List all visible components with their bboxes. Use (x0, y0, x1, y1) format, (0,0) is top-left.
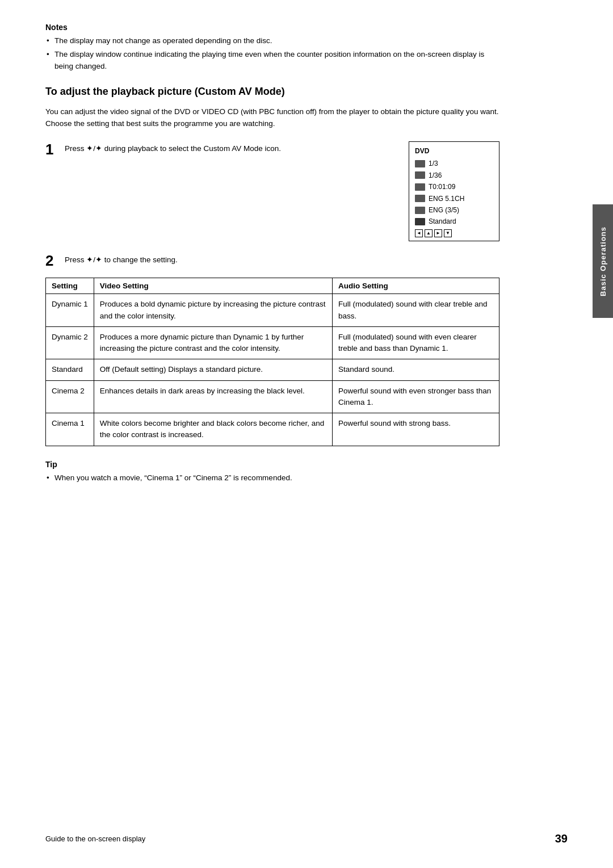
table-cell-video-4: White colors become brighter and black c… (94, 413, 332, 446)
table-cell-audio-4: Powerful sound with strong bass. (332, 413, 499, 446)
table-cell-video-0: Produces a bold dynamic picture by incre… (94, 294, 332, 327)
page-footer: Guide to the on-screen display 39 (0, 832, 613, 845)
table-row: StandardOff (Default setting) Displays a… (46, 359, 499, 380)
tip-section: Tip When you watch a movie, “Cinema 1” o… (45, 460, 499, 484)
note-item-2: The display window continue indicating t… (45, 49, 499, 72)
tip-title: Tip (45, 460, 499, 469)
footer-page-number: 39 (555, 832, 568, 845)
table-row: Cinema 2Enhances details in dark areas b… (46, 380, 499, 413)
table-cell-audio-0: Full (modulated) sound with clear treble… (332, 294, 499, 327)
dvd-display-title: DVD (415, 145, 493, 157)
dvd-icon-4 (415, 195, 425, 202)
col-audio: Audio Setting (332, 278, 499, 294)
dvd-ctrl-btn-1: ◄ (415, 229, 423, 237)
tip-item-1: When you watch a movie, “Cinema 1” or “C… (45, 472, 499, 484)
dvd-ctrl-btn-3: ► (434, 229, 442, 237)
dvd-val-2: 1/36 (429, 170, 442, 181)
dvd-ctrl-btn-4: ▼ (444, 229, 452, 237)
dvd-icon-2 (415, 171, 425, 179)
note-item-1: The display may not change as operated d… (45, 35, 499, 47)
dvd-row-5: ENG (3/5) (415, 204, 493, 216)
table-header-row: Setting Video Setting Audio Setting (46, 278, 499, 294)
intro-text: You can adjust the video signal of the D… (45, 106, 499, 130)
notes-list: The display may not change as operated d… (45, 35, 499, 72)
table-cell-audio-3: Powerful sound with even stronger bass t… (332, 380, 499, 413)
dvd-icon-1 (415, 160, 425, 167)
table-cell-setting-1: Dynamic 2 (46, 326, 94, 359)
dvd-row-6: Standard (415, 216, 493, 227)
table-row: Cinema 1White colors become brighter and… (46, 413, 499, 446)
table-row: Dynamic 2Produces a more dynamic picture… (46, 326, 499, 359)
dvd-val-1: 1/3 (429, 158, 438, 169)
notes-section: Notes The display may not change as oper… (45, 23, 499, 72)
dvd-val-4: ENG 5.1CH (429, 193, 464, 204)
footer-guide-text: Guide to the on-screen display (45, 835, 145, 843)
table-cell-setting-3: Cinema 2 (46, 380, 94, 413)
dvd-row-1: 1/3 (415, 158, 493, 169)
table-row: Dynamic 1Produces a bold dynamic picture… (46, 294, 499, 327)
table-cell-audio-1: Full (modulated) sound with even clearer… (332, 326, 499, 359)
table-cell-setting-0: Dynamic 1 (46, 294, 94, 327)
step-2-number: 2 (45, 253, 59, 269)
dvd-icon-3 (415, 183, 425, 191)
table-cell-video-1: Produces a more dynamic picture than Dyn… (94, 326, 332, 359)
table-cell-video-3: Enhances details in dark areas by increa… (94, 380, 332, 413)
dvd-controls: ◄ ▲ ► ▼ (415, 229, 493, 237)
table-cell-video-2: Off (Default setting) Displays a standar… (94, 359, 332, 380)
col-setting: Setting (46, 278, 94, 294)
step-1: 1 Press ✦/✦ during playback to select th… (45, 141, 499, 241)
section-title: To adjust the playback picture (Custom A… (45, 86, 499, 98)
sidebar-tab-label: Basic Operations (599, 227, 607, 296)
step-2: 2 Press ✦/✦ to change the setting. (45, 253, 499, 269)
dvd-row-4: ENG 5.1CH (415, 193, 493, 204)
table-cell-setting-2: Standard (46, 359, 94, 380)
dvd-ctrl-btn-2: ▲ (425, 229, 433, 237)
dvd-icon-6 (415, 218, 425, 225)
step-1-text: Press ✦/✦ during playback to select the … (65, 141, 397, 155)
step-2-text: Press ✦/✦ to change the setting. (65, 253, 499, 266)
dvd-val-5: ENG (3/5) (429, 204, 459, 216)
table-cell-setting-4: Cinema 1 (46, 413, 94, 446)
col-video: Video Setting (94, 278, 332, 294)
dvd-row-2: 1/36 (415, 170, 493, 181)
dvd-display: DVD 1/3 1/36 T0:01:09 ENG 5.1CH (409, 141, 499, 241)
tip-list: When you watch a movie, “Cinema 1” or “C… (45, 472, 499, 484)
dvd-val-3: T0:01:09 (429, 181, 455, 192)
notes-title: Notes (45, 23, 499, 32)
sidebar-tab: Basic Operations (593, 204, 613, 318)
dvd-row-3: T0:01:09 (415, 181, 493, 192)
step-1-number: 1 (45, 141, 59, 158)
dvd-icon-5 (415, 207, 425, 214)
settings-table: Setting Video Setting Audio Setting Dyna… (45, 278, 499, 446)
table-cell-audio-2: Standard sound. (332, 359, 499, 380)
dvd-val-6: Standard (429, 216, 456, 227)
